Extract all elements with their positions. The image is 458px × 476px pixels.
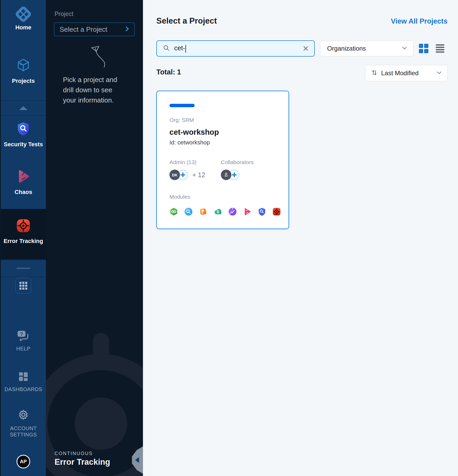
- home-icon: [14, 5, 32, 23]
- module-kicker: CONTINUOUS: [55, 451, 93, 456]
- chevron-left-icon: [135, 457, 139, 463]
- module-chaos-engineering-icon: [243, 207, 252, 216]
- collaborator-avatar[interactable]: [221, 170, 231, 180]
- search-icon: [163, 44, 170, 53]
- grid-view-icon: [419, 44, 423, 48]
- collaborators-label: Collaborators: [221, 159, 272, 165]
- sort-dropdown[interactable]: Last Modified: [365, 65, 448, 81]
- results-total: Total: 1: [156, 68, 181, 76]
- project-scope-panel: Project Select a Project Pick a project …: [46, 0, 143, 476]
- list-view-icon: [436, 44, 444, 46]
- sidebar-item-label: Security Tests: [4, 141, 43, 148]
- empty-state-hint: Pick a project and drill down to see you…: [63, 75, 127, 105]
- gear-icon: [17, 409, 30, 423]
- project-org: Org: SRM: [169, 117, 276, 123]
- sidebar-item-account-settings[interactable]: ACCOUNT SETTINGS: [1, 409, 46, 438]
- drag-handle-icon: [17, 268, 30, 269]
- sidebar-item-label: Home: [15, 24, 31, 31]
- modules-label: Modules: [169, 194, 276, 200]
- module-security-tests-icon: [258, 207, 266, 216]
- dashboards-icon: [18, 371, 29, 383]
- page-title: Select a Project: [156, 16, 217, 26]
- admin-overflow-count: + 12: [192, 171, 205, 179]
- person-icon: [223, 172, 229, 178]
- project-id: Id: cetworkshop: [169, 139, 276, 146]
- error-tracking-target-icon: [16, 218, 31, 234]
- sidebar-item-label: DASHBOARDS: [4, 386, 42, 392]
- clear-search-icon[interactable]: [302, 45, 309, 52]
- main-content: Select a Project View All Projects cet- …: [143, 0, 458, 476]
- chevron-down-icon: [402, 46, 407, 51]
- main-nav-sidebar: Home Projects Security Tests: [0, 0, 46, 476]
- projects-cube-icon: [16, 57, 31, 74]
- sidebar-item-label: ACCOUNT SETTINGS: [8, 425, 39, 438]
- project-section-label: Project: [55, 10, 73, 18]
- sidebar-item-label: HELP: [16, 345, 30, 352]
- text-cursor: [185, 45, 186, 53]
- admin-avatar[interactable]: DK: [169, 170, 180, 180]
- admin-avatar-initials: DK: [172, 173, 178, 177]
- project-selector-value: Select a Project: [60, 25, 107, 34]
- admin-label: Admin (13): [169, 159, 221, 165]
- chaos-icon: [16, 169, 31, 185]
- project-color-bar: [169, 104, 195, 107]
- search-input[interactable]: cet-: [156, 40, 315, 57]
- sidebar-item-label: Chaos: [14, 189, 32, 196]
- module-launcher-button[interactable]: [15, 278, 31, 294]
- module-continuous-verification-icon: [228, 207, 237, 216]
- search-value: cet-: [174, 44, 302, 52]
- sidebar-divider-handle[interactable]: [1, 259, 46, 277]
- module-feature-flags-icon: [199, 207, 207, 216]
- modules-row: $: [169, 207, 276, 216]
- sidebar-item-error-tracking[interactable]: Error Tracking: [1, 218, 46, 245]
- chevron-up-icon: [19, 106, 28, 110]
- user-avatar[interactable]: AP: [17, 455, 30, 468]
- grid-launcher-icon: [19, 282, 27, 290]
- sidebar-collapse-section[interactable]: [1, 100, 46, 116]
- sidebar-item-dashboards[interactable]: DASHBOARDS: [1, 371, 46, 392]
- user-avatar-initials: AP: [20, 459, 27, 464]
- chevron-down-icon: [436, 71, 442, 76]
- sidebar-item-projects[interactable]: Projects: [1, 57, 46, 84]
- module-title: Error Tracking: [55, 457, 110, 467]
- sort-value: Last Modified: [381, 69, 419, 77]
- sidebar-item-label: Projects: [12, 78, 35, 84]
- svg-text:?: ?: [20, 331, 23, 337]
- grid-view-toggle[interactable]: [419, 44, 428, 53]
- project-selector-dropdown[interactable]: Select a Project: [54, 23, 135, 36]
- app-window: Home Projects Security Tests: [0, 0, 458, 476]
- sidebar-item-label: Error Tracking: [4, 238, 43, 245]
- sidebar-item-home[interactable]: Home: [1, 8, 46, 31]
- organizations-filter-value: Organizations: [327, 45, 366, 52]
- module-error-tracking-icon: [272, 207, 281, 216]
- module-cloud-costs-icon: $: [214, 207, 222, 216]
- organizations-filter-dropdown[interactable]: Organizations: [320, 41, 413, 56]
- svg-text:$: $: [217, 210, 219, 214]
- arrow-doodle-icon: [85, 44, 109, 71]
- sidebar-item-security-tests[interactable]: Security Tests: [1, 121, 46, 148]
- project-card[interactable]: Org: SRM cet-workshop Id: cetworkshop Ad…: [156, 91, 289, 229]
- security-tests-shield-icon: [16, 121, 31, 137]
- sidebar-item-help[interactable]: ? HELP: [1, 330, 46, 352]
- chevron-right-icon: [125, 26, 130, 33]
- help-chat-icon: ?: [17, 330, 30, 343]
- project-name: cet-workshop: [169, 128, 276, 137]
- view-all-projects-link[interactable]: View All Projects: [391, 17, 448, 25]
- sidebar-item-chaos[interactable]: Chaos: [1, 169, 46, 196]
- module-service-reliability-icon: [184, 207, 193, 216]
- module-continuous-integration-icon: [169, 207, 178, 216]
- list-view-toggle[interactable]: [436, 44, 444, 53]
- sort-arrows-icon: [371, 69, 377, 77]
